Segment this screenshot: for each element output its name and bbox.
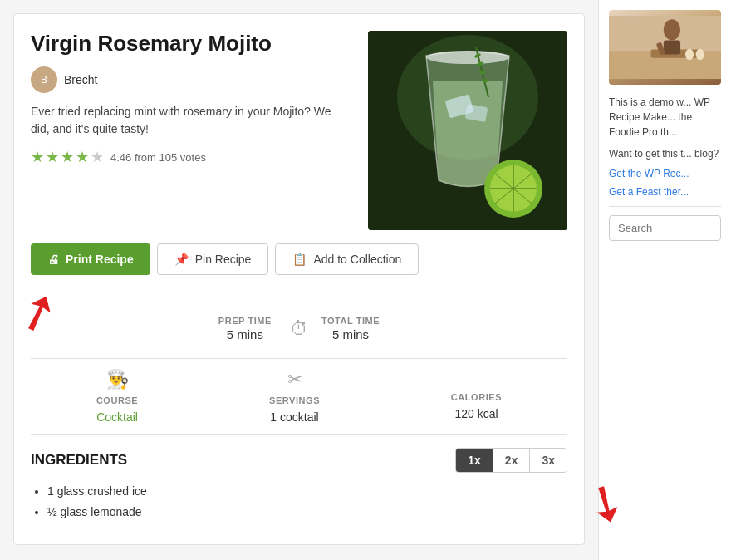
calories-block: CALORIES 120 kcal: [451, 369, 502, 424]
total-time-label: TOTAL TIME: [321, 316, 380, 326]
collection-icon: 📋: [292, 253, 307, 266]
ingredients-title: INGREDIENTS: [31, 452, 127, 469]
recipe-title: Virgin Rosemary Mojito: [31, 31, 351, 56]
svg-rect-20: [664, 41, 680, 55]
add-to-collection-button[interactable]: 📋 Add to Collection: [275, 243, 419, 275]
servings-value: 1 cocktail: [270, 410, 318, 424]
ingredients-header: INGREDIENTS 1x 2x 3x: [31, 448, 567, 473]
rating-text: 4.46 from 105 votes: [110, 151, 206, 164]
utensils-icon: ✂: [287, 369, 302, 391]
search-input-wrap: [609, 215, 721, 241]
sidebar-text-2: Want to get this t... blog?: [609, 146, 721, 161]
action-buttons: 🖨 Print Recipe 📌 Pin Recipe 📋 Add to Col…: [31, 243, 567, 275]
print-recipe-button[interactable]: 🖨 Print Recipe: [31, 243, 150, 275]
prep-time-block: PREP TIME 5 mins: [218, 316, 272, 341]
svg-point-2: [426, 51, 509, 64]
multiplier-3x-button[interactable]: 3x: [530, 449, 567, 472]
calories-value: 120 kcal: [454, 407, 498, 420]
star-rating[interactable]: ★ ★ ★ ★ ★: [31, 148, 104, 166]
multiplier-2x-button[interactable]: 2x: [493, 449, 531, 472]
star-5[interactable]: ★: [91, 148, 104, 166]
prep-time-label: PREP TIME: [218, 316, 272, 326]
main-content: Virgin Rosemary Mojito B Brecht Ever tri…: [0, 0, 598, 560]
sidebar-text-1: This is a demo w... WP Recipe Make... th…: [609, 95, 721, 140]
total-time-value: 5 mins: [321, 327, 380, 341]
course-block: 👨‍🍳 COURSE Cocktail: [96, 369, 138, 424]
svg-point-19: [664, 19, 680, 40]
divider-1: [31, 292, 567, 292]
author-row: B Brecht: [31, 66, 351, 93]
get-feast-link[interactable]: Get a Feast ther...: [609, 186, 721, 198]
course-value: Cocktail: [96, 410, 138, 424]
recipe-card: Virgin Rosemary Mojito B Brecht Ever tri…: [13, 13, 585, 545]
total-time-block: TOTAL TIME 5 mins: [321, 316, 380, 341]
svg-point-22: [696, 49, 704, 61]
search-input[interactable]: [609, 215, 721, 241]
meta-section: 👨‍🍳 COURSE Cocktail ✂ SERVINGS 1 cocktai…: [31, 358, 567, 435]
author-name: Brecht: [64, 73, 97, 86]
sidebar: This is a demo w... WP Recipe Make... th…: [598, 0, 731, 560]
multiplier-buttons: 1x 2x 3x: [455, 448, 567, 473]
star-1[interactable]: ★: [31, 148, 44, 166]
timer-icon: ⏱: [290, 318, 308, 340]
servings-label: SERVINGS: [269, 395, 320, 405]
recipe-info: Virgin Rosemary Mojito B Brecht Ever tri…: [31, 31, 351, 230]
recipe-image: [368, 31, 567, 230]
pin-recipe-label: Pin Recipe: [195, 253, 252, 266]
add-to-collection-label: Add to Collection: [313, 253, 401, 266]
sidebar-image: [609, 10, 721, 85]
star-3[interactable]: ★: [61, 148, 74, 166]
ingredients-list: 1 glass crushed ice ½ glass lemonade: [31, 483, 567, 521]
prep-time-value: 5 mins: [218, 327, 272, 341]
star-2[interactable]: ★: [46, 148, 59, 166]
rating-row: ★ ★ ★ ★ ★ 4.46 from 105 votes: [31, 148, 351, 166]
servings-block: ✂ SERVINGS 1 cocktail: [269, 369, 320, 424]
course-label: COURSE: [96, 395, 138, 405]
pin-recipe-button[interactable]: 📌 Pin Recipe: [157, 243, 269, 275]
list-item: ½ glass lemonade: [47, 504, 567, 521]
calories-spacer: [467, 369, 485, 387]
time-section: PREP TIME 5 mins ⏱ TOTAL TIME 5 mins: [31, 306, 567, 351]
print-icon: 🖨: [47, 253, 59, 266]
avatar: B: [31, 66, 57, 93]
recipe-header: Virgin Rosemary Mojito B Brecht Ever tri…: [31, 31, 567, 230]
sidebar-divider: [609, 206, 721, 207]
list-item: 1 glass crushed ice: [47, 483, 567, 500]
chef-hat-icon: 👨‍🍳: [106, 369, 129, 391]
print-recipe-label: Print Recipe: [66, 253, 134, 266]
recipe-description: Ever tried replacing mint with rosemary …: [31, 103, 351, 138]
svg-point-21: [685, 49, 694, 61]
pin-icon: 📌: [174, 253, 189, 266]
get-wp-recipe-link[interactable]: Get the WP Rec...: [609, 168, 721, 179]
star-4[interactable]: ★: [76, 148, 89, 166]
ingredients-section: INGREDIENTS 1x 2x 3x 1 glass crushed ice…: [31, 448, 567, 521]
multiplier-1x-button[interactable]: 1x: [456, 449, 493, 472]
calories-label: CALORIES: [451, 392, 502, 402]
